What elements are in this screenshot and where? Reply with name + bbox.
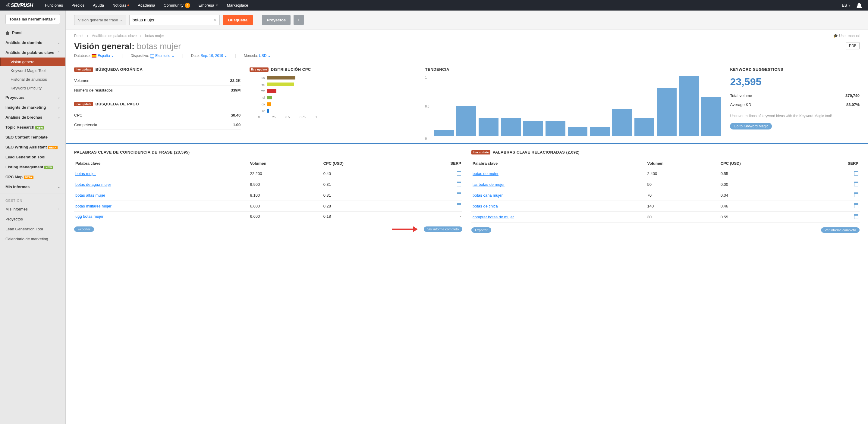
serp-icon[interactable] [457,192,461,197]
serp-icon[interactable] [854,214,858,219]
keyword-suggestions-widget: KEYWORD SUGGESTIONS 23,595 Total volume3… [730,67,860,136]
serp-icon[interactable] [854,192,858,197]
trend-chart: 1 0.5 0 [425,76,721,136]
sidebar-gestion-projects[interactable]: Proyectos [0,214,65,224]
search-button[interactable]: Búsqueda [223,15,253,25]
beta-tag: BETA [48,146,58,150]
sidebar-domain-analysis[interactable]: Análisis de dominio⌄ [0,38,65,47]
keyword-link[interactable]: botas de agua mujer [75,182,111,187]
sidebar-leadgen[interactable]: Lead Generation Tool [0,152,65,162]
serp-icon[interactable] [854,182,858,186]
clear-icon[interactable]: ✕ [213,18,216,22]
serp-icon[interactable] [854,203,858,208]
user-manual-link[interactable]: 🎓User manual [833,34,860,38]
export-button[interactable]: Exportar [471,227,491,233]
pdf-button[interactable]: PDF [846,42,860,50]
chevron-down-icon: ▼ [53,18,56,21]
sidebar-seo-content[interactable]: SEO Content Template [0,132,65,142]
sidebar-gap-analysis[interactable]: Análisis de brechas⌄ [0,112,65,122]
new-tag: NEW [35,126,44,129]
nav-academia[interactable]: Academia [138,3,155,7]
trend-widget: TENDENCIA 1 0.5 0 [425,67,721,136]
keyword-link[interactable]: las botas de mujer [472,182,504,187]
sidebar-gestion-reports[interactable]: Mis informes+ [0,204,65,214]
sidebar-listing[interactable]: Listing Management NEW [0,162,65,172]
keyword-link[interactable]: botas mujer [75,171,96,176]
filters-row: Database: España ⌄ | Dispositivo: Escrit… [74,54,860,58]
nav-noticias[interactable]: Noticias [113,3,129,7]
chevron-down-icon: ⌄ [58,116,60,119]
nav-ayuda[interactable]: Ayuda [93,3,104,7]
keyword-link[interactable]: botas militares mujer [75,204,112,208]
crumb-keyword: botas mujer [145,34,164,38]
serp-icon[interactable] [457,171,461,175]
search-toolbar: Visión general de frase⌄ ✕ Búsqueda Proy… [66,10,868,30]
keyword-link[interactable]: botas caña mujer [472,193,503,198]
full-report-button[interactable]: Ver informe completo [424,226,462,232]
serp-icon[interactable] [457,182,461,186]
sidebar-my-reports[interactable]: Mis informes⌄ [0,182,65,192]
serp-icon[interactable] [854,171,858,175]
related-keywords-table: live updatePALABRAS CLAVE RELACIONADAS (… [471,150,860,233]
table-row: las botas de mujer500.00 [471,179,860,190]
sidebar-keyword-analysis[interactable]: Análisis de palabras clave⌃ [0,47,65,58]
sidebar-panel[interactable]: Panel [0,28,65,38]
date-selector[interactable]: Sep. 19, 2019 ⌄ [201,54,227,58]
crumb-analytics[interactable]: Analiticas de palabras clave [92,34,137,38]
db-selector[interactable]: España ⌄ [98,54,114,58]
sidebar-sub-ads-history[interactable]: Historial de anuncios [0,75,65,84]
plus-icon[interactable]: + [58,207,60,211]
crumb-panel[interactable]: Panel [74,34,84,38]
tools-dropdown[interactable]: Todas las herramientas▼ [5,14,60,24]
community-badge: 4 [185,3,190,8]
projects-button[interactable]: Proyectos [262,15,290,25]
chevron-down-icon: ⌄ [58,185,60,189]
table-row: botas de agua mujer9,9000.31 [74,179,462,190]
sidebar-gestion-calendar[interactable]: Calendario de marketing [0,234,65,244]
export-button[interactable]: Exportar [74,226,94,232]
book-icon: 🎓 [833,34,838,38]
topbar: ⦾ SEMRUSH Funciones Precios Ayuda Notici… [0,0,868,10]
device-selector[interactable]: Escritorio ⌄ [155,54,174,58]
suggestions-count: 23,595 [730,76,860,88]
lang-selector[interactable]: ES ▼ [842,3,851,7]
sidebar-seo-writing[interactable]: SEO Writing Assistant BETA [0,142,65,152]
search-input[interactable] [133,18,213,22]
sidebar-sub-difficulty[interactable]: Keyword Difficulty [0,84,65,93]
serp-icon[interactable] [457,203,461,208]
sidebar-gestion-header: GESTIÓN [0,196,65,204]
organic-paid-widget: live updateBÚSQUEDA ORGÁNICA Volumen22.2… [74,67,241,136]
table-row: botas mujer22,2000.40 [74,168,462,179]
sidebar-marketing-insights[interactable]: Insights de marketing⌄ [0,102,65,112]
nav-funciones[interactable]: Funciones [45,3,63,7]
nav-community[interactable]: Community 4 [164,3,190,8]
notif-dot-icon [127,4,129,6]
keyword-link[interactable]: botas de mujer [472,171,498,176]
full-report-button[interactable]: Ver informe completo [821,227,860,233]
keyword-link[interactable]: botas altas mujer [75,193,105,198]
cpc-bars-chart: usesmxclcoar [250,76,416,112]
keyword-magic-button[interactable]: Go to Keyword Magic [730,123,772,129]
sidebar-projects[interactable]: Proyectos⌄ [0,93,65,102]
keyword-link[interactable]: comprar botas de mujer [472,215,514,219]
live-update-tag: live update [250,67,269,72]
sidebar-cpcmap[interactable]: CPC Map BETA [0,172,65,182]
keyword-link[interactable]: botas de chica [472,204,498,208]
sidebar-topic-research[interactable]: Topic Research NEW [0,122,65,132]
keyword-link[interactable]: ugg botas mujer [75,214,103,219]
chevron-down-icon: ▼ [216,4,218,7]
arrow-callout-icon [392,226,418,232]
user-icon[interactable] [857,3,862,8]
phrase-overview-dropdown[interactable]: Visión general de frase⌄ [74,15,126,25]
nav-empresa[interactable]: Empresa ▼ [198,3,218,7]
beta-tag: BETA [24,175,33,179]
add-project-button[interactable]: + [293,15,304,25]
nav-precios[interactable]: Precios [71,3,84,7]
table-row: botas de mujer2,4000.55 [471,168,860,179]
sidebar-gestion-leadgen[interactable]: Lead Generation Tool [0,224,65,234]
logo[interactable]: ⦾ SEMRUSH [6,3,33,8]
sidebar-sub-overview[interactable]: Visión general [0,58,65,66]
sidebar-sub-magic[interactable]: Keyword Magic Tool [0,66,65,75]
currency-selector[interactable]: USD ⌄ [259,54,271,58]
nav-marketplace[interactable]: Marketplace [227,3,248,7]
